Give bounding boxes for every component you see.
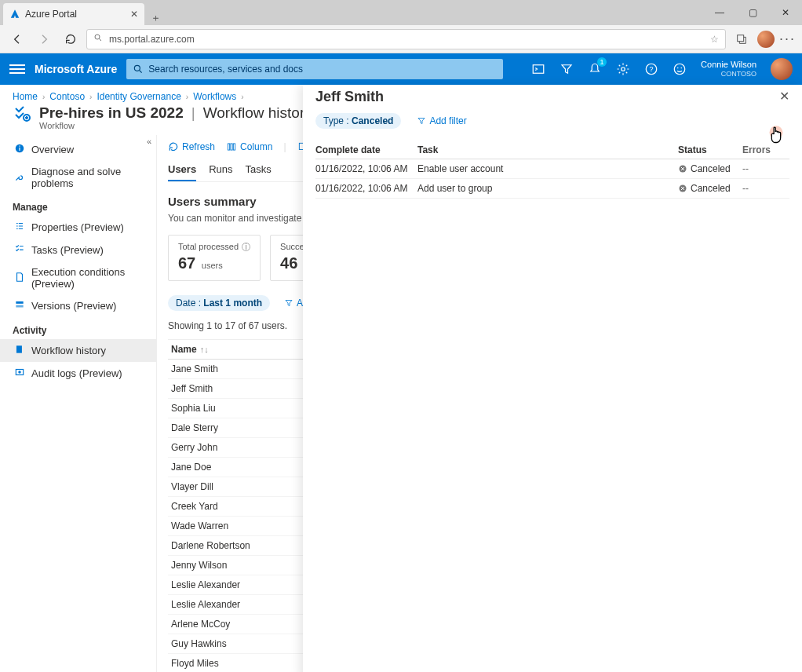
crumb-contoso[interactable]: Contoso <box>49 91 85 102</box>
window-minimize-button[interactable]: — <box>703 0 736 25</box>
canceled-icon <box>678 184 687 193</box>
sidebar-item-workflow-history[interactable]: Workflow history <box>0 339 156 362</box>
browser-back-button[interactable] <box>6 28 28 50</box>
cell-errors: -- <box>742 183 789 194</box>
svg-point-0 <box>95 35 100 39</box>
global-search-input[interactable]: Search resources, services and docs <box>126 59 503 79</box>
window-maximize-button[interactable]: ▢ <box>736 0 769 25</box>
cell-date: 01/16/2022, 10:06 AM <box>315 163 417 174</box>
browser-profile-avatar[interactable] <box>757 31 775 48</box>
svg-rect-20 <box>231 144 232 150</box>
svg-point-7 <box>674 64 685 75</box>
filter-pill-label: Date : <box>176 298 201 309</box>
browser-menu-button[interactable]: ··· <box>779 31 796 47</box>
cell-errors: -- <box>742 163 789 174</box>
stat-value: 67 <box>178 254 195 272</box>
flyout-title: Jeff Smith <box>315 89 384 105</box>
search-placeholder: Search resources, services and docs <box>148 64 303 75</box>
browser-tab-azure[interactable]: Azure Portal ✕ <box>3 3 144 25</box>
browser-url-field[interactable]: ms.portal.azure.com ☆ <box>86 29 726 49</box>
browser-collections-icon[interactable] <box>731 28 753 50</box>
filter-icon <box>417 116 426 126</box>
detail-flyout: Jeff Smith ✕ Type : Canceled Add filter … <box>303 85 802 672</box>
sidebar-item-properties[interactable]: Properties (Preview) <box>0 216 156 239</box>
audit-icon <box>14 367 25 380</box>
versions-icon <box>14 299 25 312</box>
sidebar-item-tasks[interactable]: Tasks (Preview) <box>0 239 156 261</box>
svg-text:?: ? <box>650 65 654 73</box>
tab-users[interactable]: Users <box>168 163 196 181</box>
column-label: Column <box>240 141 272 152</box>
browser-favorite-icon[interactable]: ☆ <box>710 34 719 45</box>
table-row[interactable]: 01/16/2022, 10:06 AMAdd user to groupCan… <box>315 179 789 199</box>
cloud-shell-icon[interactable] <box>531 62 545 76</box>
brand-text: Microsoft Azure <box>35 63 117 75</box>
col-task[interactable]: Task <box>417 144 678 155</box>
sidebar-item-label: Execution conditions (Preview) <box>31 266 148 290</box>
canceled-icon <box>678 164 687 173</box>
collapse-sidebar-button[interactable]: « <box>147 137 151 146</box>
help-icon[interactable]: ? <box>644 62 658 76</box>
svg-rect-3 <box>533 65 544 74</box>
browser-refresh-button[interactable] <box>60 28 82 50</box>
sidebar-item-versions[interactable]: Versions (Preview) <box>0 294 156 317</box>
hamburger-menu-icon[interactable] <box>9 61 25 77</box>
svg-point-9 <box>681 68 683 69</box>
cell-status: Canceled <box>678 183 742 194</box>
sidebar-item-label: Audit logs (Preview) <box>31 367 122 379</box>
refresh-button[interactable]: Refresh <box>168 141 215 152</box>
url-text: ms.portal.azure.com <box>109 34 195 45</box>
cell-task: Enable user account <box>417 163 678 174</box>
crumb-workflows[interactable]: Workflows <box>193 91 236 102</box>
directory-filter-icon[interactable] <box>560 62 574 76</box>
col-complete-date[interactable]: Complete date <box>315 144 417 155</box>
tab-runs[interactable]: Runs <box>209 163 232 181</box>
flyout-add-filter-button[interactable]: Add filter <box>409 113 474 129</box>
search-icon <box>133 64 144 75</box>
stat-unit: users <box>202 261 223 270</box>
tasks-icon <box>14 243 25 257</box>
tab-tasks[interactable]: Tasks <box>246 163 272 181</box>
user-account-menu[interactable]: Connie Wilson CONTOSO <box>701 60 756 79</box>
svg-point-8 <box>677 68 679 69</box>
stat-value: 46 <box>280 254 297 272</box>
filter-icon <box>284 298 293 308</box>
svg-rect-19 <box>228 144 229 150</box>
feedback-icon[interactable] <box>673 62 687 76</box>
refresh-label: Refresh <box>182 141 215 152</box>
azure-brand[interactable]: Microsoft Azure <box>35 63 117 75</box>
notification-badge: 1 <box>597 57 607 67</box>
table-row[interactable]: 01/16/2022, 10:06 AMEnable user accountC… <box>315 159 789 179</box>
stat-card-total-processed: Total processed i 67 users <box>168 235 261 281</box>
col-errors[interactable]: Errors <box>742 144 789 155</box>
tab-close-icon[interactable]: ✕ <box>130 9 138 20</box>
sidebar-item-execution-conditions[interactable]: Execution conditions (Preview) <box>0 261 156 294</box>
notifications-icon[interactable]: 1 <box>588 62 602 76</box>
sidebar-item-overview[interactable]: Overview <box>0 138 156 161</box>
user-avatar[interactable] <box>771 58 793 80</box>
properties-icon <box>14 221 25 234</box>
user-name: Connie Wilson <box>701 60 756 70</box>
column-button[interactable]: Column <box>226 141 272 152</box>
page-title: Pre-hires in US 2022 <box>39 104 184 122</box>
new-tab-button[interactable]: ＋ <box>144 11 166 25</box>
filter-pill-type[interactable]: Type : Canceled <box>315 113 401 129</box>
svg-rect-15 <box>16 305 23 308</box>
cell-task: Add user to group <box>417 183 678 194</box>
svg-rect-13 <box>19 146 20 147</box>
sidebar-section-activity: Activity <box>0 317 156 339</box>
info-icon[interactable]: i <box>242 243 250 251</box>
crumb-identity-governance[interactable]: Identity Governance <box>97 91 180 102</box>
info-icon <box>14 143 25 156</box>
crumb-home[interactable]: Home <box>13 91 38 102</box>
sidebar-item-label: Workflow history <box>31 345 106 356</box>
sidebar-item-audit-logs[interactable]: Audit logs (Preview) <box>0 362 156 385</box>
document-icon <box>14 272 25 285</box>
browser-forward-button[interactable] <box>33 28 55 50</box>
settings-icon[interactable] <box>616 62 630 76</box>
window-close-button[interactable]: ✕ <box>769 0 802 25</box>
col-status[interactable]: Status <box>678 144 742 155</box>
close-flyout-button[interactable]: ✕ <box>779 89 789 104</box>
sidebar-item-diagnose[interactable]: Diagnose and solve problems <box>0 161 156 194</box>
filter-pill-date[interactable]: Date : Last 1 month <box>168 295 270 311</box>
